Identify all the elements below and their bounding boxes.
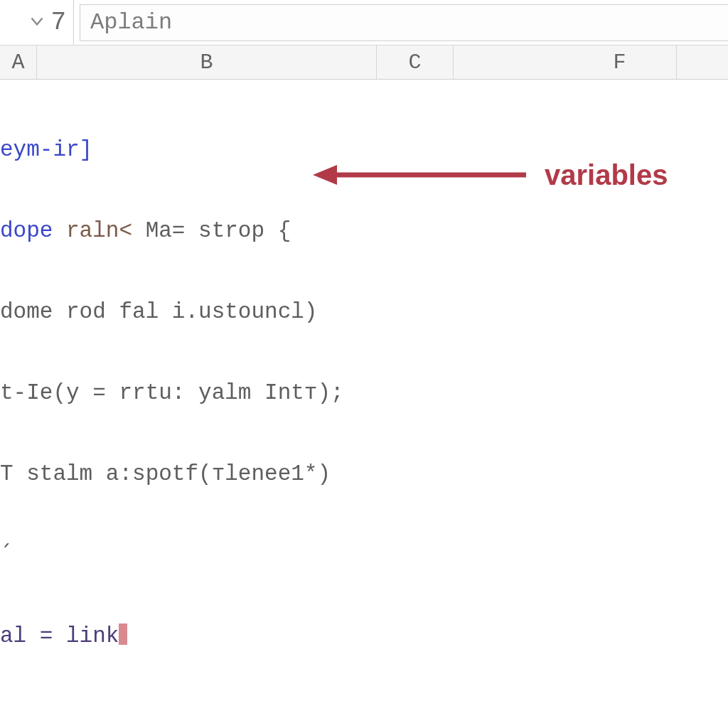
code-line: T stalm a:spotf(тlenee1*) <box>0 461 728 488</box>
arrow-icon <box>313 161 526 189</box>
column-header-gap <box>454 46 563 79</box>
code-line: ˊ <box>0 542 728 569</box>
formula-bar: 7 <box>0 0 728 46</box>
text-cursor <box>119 623 127 645</box>
code-token: al = link <box>0 623 119 648</box>
svg-marker-1 <box>313 165 337 185</box>
name-box[interactable]: 7 <box>0 0 74 45</box>
code-token: T stalm a:spotf(тlenee1*) <box>0 461 331 486</box>
code-token: Ma= strop { <box>132 218 291 243</box>
code-token: ˊ <box>0 542 11 567</box>
sheet-body[interactable]: eym-ir] dope raln< Ma= strop { dome rod … <box>0 80 728 728</box>
column-header-c[interactable]: C <box>377 46 454 79</box>
code-line: al = link <box>0 623 728 650</box>
code-token: dope <box>0 218 66 243</box>
column-header-b[interactable]: B <box>37 46 377 79</box>
code-token: raln< <box>66 218 132 243</box>
column-header-a[interactable]: A <box>0 46 37 79</box>
name-box-value: 7 <box>50 8 66 37</box>
code-token: eym-ir] <box>0 137 92 162</box>
code-line: t-Ie(y = rrtu: yalm Intт); <box>0 380 728 407</box>
code-line: eym-ir] <box>0 136 728 164</box>
column-header-f[interactable]: F <box>563 46 677 79</box>
chevron-down-icon[interactable] <box>31 15 43 31</box>
column-header-tail <box>677 46 728 79</box>
formula-input[interactable] <box>80 4 728 41</box>
code-token: t-Ie(y = rrtu: yalm Intт); <box>0 380 344 405</box>
code-token: dome rod fal i.ustouncl) <box>0 299 317 324</box>
annotation-label: variables <box>545 161 668 188</box>
annotation: variables <box>313 161 668 189</box>
code-line: dome rod fal i.ustouncl) <box>0 299 728 326</box>
code-line: dope raln< Ma= strop { <box>0 218 728 245</box>
column-header-row: A B C F <box>0 46 728 80</box>
